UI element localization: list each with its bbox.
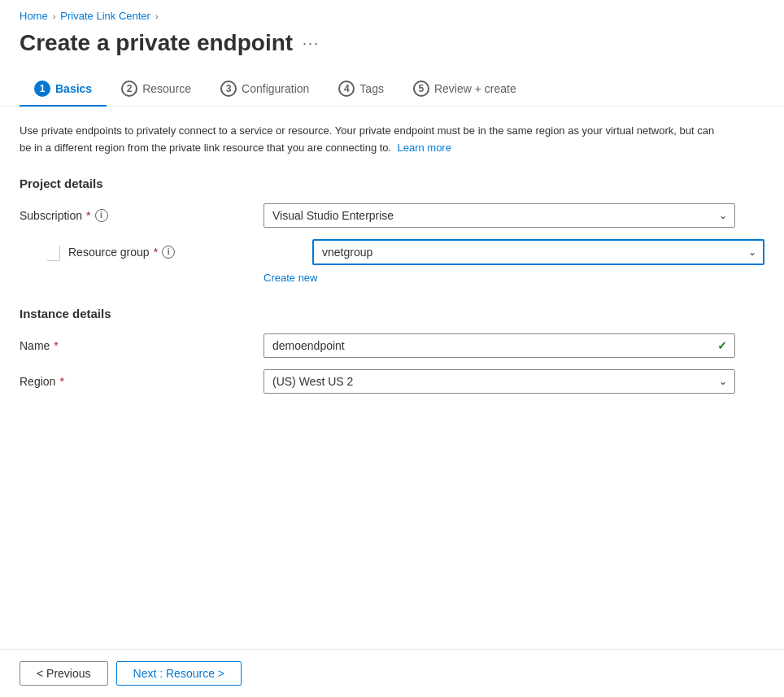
breadcrumb: Home › Private Link Center › [0, 0, 784, 27]
tab-configuration[interactable]: 3 Configuration [206, 72, 324, 107]
previous-button[interactable]: < Previous [20, 661, 108, 686]
subscription-row: Subscription * i Visual Studio Enterpris… [20, 203, 764, 228]
content-area: Use private endpoints to privately conne… [0, 107, 784, 433]
breadcrumb-chevron-2: › [155, 11, 159, 21]
subscription-label-text: Subscription [20, 209, 82, 222]
subscription-control: Visual Studio Enterprise ⌄ [264, 203, 735, 228]
tab-basics[interactable]: 1 Basics [20, 72, 107, 107]
next-button[interactable]: Next : Resource > [116, 661, 242, 686]
name-input[interactable] [264, 333, 735, 358]
resource-group-select[interactable]: vnetgroup [312, 239, 764, 265]
rg-row-content: Resource group * i vnetgroup ⌄ [68, 239, 764, 284]
name-required: * [54, 339, 58, 352]
indent-corner [47, 260, 60, 261]
subscription-required: * [86, 209, 90, 222]
tab-num-resource: 2 [121, 81, 137, 97]
resource-group-label: Resource group * i [68, 246, 312, 259]
tab-label-basics: Basics [55, 82, 92, 95]
info-text: Use private endpoints to privately conne… [20, 124, 714, 154]
tab-label-tags: Tags [359, 82, 384, 95]
name-label-text: Name [20, 339, 50, 352]
tab-resource[interactable]: 2 Resource [107, 72, 206, 107]
tab-tags[interactable]: 4 Tags [324, 72, 399, 107]
instance-details-section: Instance details Name * ✓ Region * [20, 307, 764, 394]
bottom-nav: < Previous Next : Resource > [0, 649, 784, 697]
region-select-wrapper: (US) West US 2 ⌄ [264, 369, 735, 394]
tab-num-tags: 4 [338, 81, 355, 97]
breadcrumb-private-link-center[interactable]: Private Link Center [60, 10, 150, 22]
region-row: Region * (US) West US 2 ⌄ [20, 369, 764, 394]
name-valid-icon: ✓ [717, 339, 727, 352]
tab-label-configuration: Configuration [242, 82, 309, 95]
region-control: (US) West US 2 ⌄ [264, 369, 735, 394]
indent-line [59, 246, 60, 260]
resource-group-select-wrapper: vnetgroup ⌄ [312, 239, 764, 265]
create-new-wrapper: Create new [68, 268, 764, 284]
page-header: Create a private endpoint ··· [0, 27, 784, 72]
name-input-wrapper: ✓ [264, 333, 735, 358]
resource-group-info-icon[interactable]: i [162, 246, 175, 259]
breadcrumb-home[interactable]: Home [20, 10, 48, 22]
tab-num-basics: 1 [34, 81, 50, 97]
subscription-select[interactable]: Visual Studio Enterprise [264, 203, 735, 228]
region-label-text: Region [20, 375, 55, 388]
tab-label-resource: Resource [142, 82, 191, 95]
learn-more-link[interactable]: Learn more [397, 142, 451, 154]
region-label: Region * [20, 375, 264, 388]
info-box: Use private endpoints to privately conne… [20, 123, 727, 157]
tab-review-create[interactable]: 5 Review + create [399, 72, 531, 107]
name-row: Name * ✓ [20, 333, 764, 358]
resource-group-required: * [154, 246, 158, 259]
name-label: Name * [20, 339, 264, 352]
tab-num-configuration: 3 [220, 81, 237, 97]
tab-label-review-create: Review + create [434, 82, 516, 95]
region-required: * [59, 375, 63, 388]
tabs-container: 1 Basics 2 Resource 3 Configuration 4 Ta… [0, 72, 784, 107]
create-new-link[interactable]: Create new [264, 272, 317, 284]
subscription-info-icon[interactable]: i [95, 209, 108, 222]
page-title: Create a private endpoint [20, 30, 293, 56]
region-select[interactable]: (US) West US 2 [264, 369, 735, 394]
tab-num-review-create: 5 [413, 81, 429, 97]
subscription-select-wrapper: Visual Studio Enterprise ⌄ [264, 203, 735, 228]
project-details-title: Project details [20, 176, 764, 190]
subscription-label: Subscription * i [20, 209, 264, 222]
page-menu-icon[interactable]: ··· [303, 35, 320, 52]
name-control: ✓ [264, 333, 735, 358]
resource-group-label-text: Resource group [68, 246, 150, 259]
resource-group-control: vnetgroup ⌄ [312, 239, 764, 265]
instance-details-title: Instance details [20, 307, 764, 320]
resource-group-form-row: Resource group * i vnetgroup ⌄ [68, 239, 764, 265]
resource-group-row: Resource group * i vnetgroup ⌄ [20, 239, 764, 284]
project-details-section: Project details Subscription * i Visual … [20, 176, 764, 284]
indent-connector [20, 239, 68, 261]
breadcrumb-chevron-1: › [53, 11, 56, 21]
